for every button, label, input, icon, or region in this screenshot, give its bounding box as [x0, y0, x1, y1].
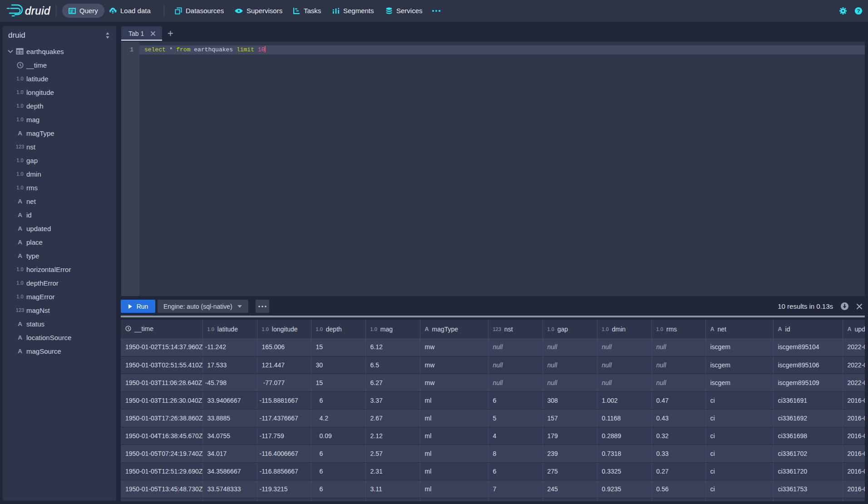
svg-text:?: ?	[857, 8, 860, 14]
